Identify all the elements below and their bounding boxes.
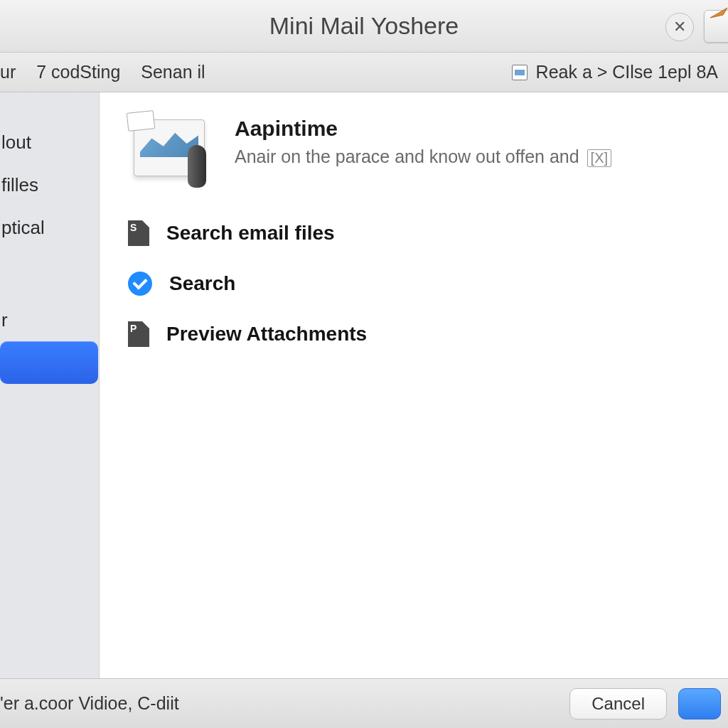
sidebar-item-label: filles: [1, 174, 38, 196]
sidebar-item-label: r: [1, 309, 8, 331]
breadcrumb-file-icon: [512, 65, 528, 80]
confirm-button[interactable]: [678, 688, 721, 719]
aux-window-button[interactable]: [704, 10, 728, 43]
toolbar-item-2[interactable]: Senan il: [141, 62, 205, 82]
hero-text: Aapintime Anair on the parace and know o…: [235, 117, 611, 167]
footer-status: 'er a.coor Vidioe, C-diit: [0, 693, 179, 714]
sidebar-item-label: lout: [1, 132, 31, 154]
toolbar-left: ur 7 codSting Senan il: [0, 62, 221, 82]
hero-title: Aapintime: [235, 117, 611, 141]
hero-app-icon: [128, 117, 213, 185]
cancel-button[interactable]: Cancel: [569, 688, 667, 719]
close-icon: ✕: [673, 18, 686, 36]
close-button[interactable]: ✕: [665, 13, 694, 41]
toolbar-item-0[interactable]: ur: [0, 62, 16, 82]
sidebar: lout filles ptical r: [0, 92, 100, 678]
toolbar-item-1[interactable]: 7 codSting: [36, 62, 120, 82]
option-label: Search: [169, 272, 235, 295]
hero-trail-box: [X]: [587, 149, 611, 167]
sidebar-item-label: ptical: [1, 217, 45, 239]
option-preview-attachments[interactable]: P Preview Attachments: [128, 321, 700, 347]
body: lout filles ptical r Aapintime Anair on …: [0, 92, 728, 678]
sidebar-item-3[interactable]: r: [0, 299, 99, 341]
option-search[interactable]: Search: [128, 272, 700, 296]
option-label: Search email files: [166, 222, 335, 245]
document-p-icon: P: [128, 321, 149, 347]
footer-actions: Cancel: [569, 688, 721, 719]
sidebar-item-0[interactable]: lout: [0, 121, 99, 164]
feather-icon: [709, 6, 728, 19]
option-search-email-files[interactable]: S Search email files: [128, 220, 700, 246]
content-pane: Aapintime Anair on the parace and know o…: [100, 92, 728, 678]
breadcrumb[interactable]: Reak a > CIlse 1epl 8A: [536, 62, 718, 82]
hero-section: Aapintime Anair on the parace and know o…: [128, 117, 700, 185]
toolbar-right: Reak a > CIlse 1epl 8A: [512, 62, 718, 82]
option-label: Preview Attachments: [166, 323, 367, 346]
document-s-icon: S: [128, 220, 149, 246]
sidebar-gap: [0, 249, 99, 299]
toolbar: ur 7 codSting Senan il Reak a > CIlse 1e…: [0, 53, 728, 92]
sidebar-item-1[interactable]: filles: [0, 164, 99, 206]
sidebar-item-2[interactable]: ptical: [0, 206, 99, 249]
hero-subtitle: Anair on the parace and know out offen a…: [235, 146, 611, 167]
checkmark-icon: [128, 272, 152, 296]
sidebar-item-4-selected[interactable]: [0, 341, 98, 384]
footer: 'er a.coor Vidioe, C-diit Cancel: [0, 678, 728, 728]
titlebar: Mini Mail Yoshere ✕: [0, 0, 728, 53]
window-title: Mini Mail Yoshere: [269, 12, 459, 40]
